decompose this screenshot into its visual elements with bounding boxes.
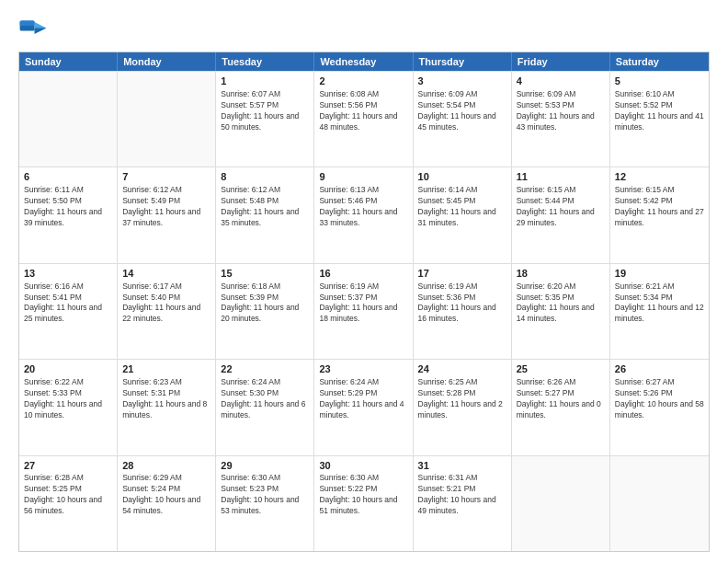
day-number: 16: [319, 267, 407, 281]
calendar-cell-23: 23Sunrise: 6:24 AM Sunset: 5:29 PM Dayli…: [314, 360, 413, 454]
day-number: 18: [517, 267, 605, 281]
calendar-cell-8: 8Sunrise: 6:12 AM Sunset: 5:48 PM Daylig…: [216, 167, 314, 262]
day-number: 10: [418, 170, 506, 184]
logo: [18, 15, 51, 44]
header-day-monday: Monday: [118, 52, 216, 71]
day-number: 22: [221, 362, 309, 376]
cell-info: Sunrise: 6:22 AM Sunset: 5:33 PM Dayligh…: [24, 377, 112, 421]
cell-info: Sunrise: 6:12 AM Sunset: 5:49 PM Dayligh…: [122, 185, 210, 229]
cell-info: Sunrise: 6:16 AM Sunset: 5:41 PM Dayligh…: [24, 282, 112, 326]
cell-info: Sunrise: 6:19 AM Sunset: 5:37 PM Dayligh…: [319, 282, 407, 326]
day-number: 6: [24, 170, 112, 184]
calendar-cell-6: 6Sunrise: 6:11 AM Sunset: 5:50 PM Daylig…: [19, 167, 118, 262]
calendar-cell-15: 15Sunrise: 6:18 AM Sunset: 5:39 PM Dayli…: [216, 264, 314, 359]
day-number: 9: [319, 170, 407, 184]
calendar-cell-25: 25Sunrise: 6:26 AM Sunset: 5:27 PM Dayli…: [512, 360, 610, 454]
cell-info: Sunrise: 6:30 AM Sunset: 5:23 PM Dayligh…: [221, 473, 309, 517]
cell-info: Sunrise: 6:17 AM Sunset: 5:40 PM Dayligh…: [122, 282, 210, 326]
cell-info: Sunrise: 6:25 AM Sunset: 5:28 PM Dayligh…: [418, 377, 506, 421]
calendar-cell-26: 26Sunrise: 6:27 AM Sunset: 5:26 PM Dayli…: [610, 360, 709, 454]
header-day-friday: Friday: [512, 52, 610, 71]
logo-icon: [18, 15, 48, 44]
cell-info: Sunrise: 6:20 AM Sunset: 5:35 PM Dayligh…: [517, 282, 605, 326]
day-number: 13: [24, 267, 112, 281]
calendar-cell-31: 31Sunrise: 6:31 AM Sunset: 5:21 PM Dayli…: [414, 456, 512, 551]
cell-info: Sunrise: 6:08 AM Sunset: 5:56 PM Dayligh…: [319, 89, 407, 133]
header-day-saturday: Saturday: [610, 52, 709, 71]
calendar-cell-5: 5Sunrise: 6:10 AM Sunset: 5:52 PM Daylig…: [610, 72, 709, 167]
calendar-cell-22: 22Sunrise: 6:24 AM Sunset: 5:30 PM Dayli…: [216, 360, 314, 454]
header-day-thursday: Thursday: [414, 52, 512, 71]
calendar-row-5: 27Sunrise: 6:28 AM Sunset: 5:25 PM Dayli…: [19, 455, 709, 551]
day-number: 12: [615, 170, 704, 184]
calendar-body: 1Sunrise: 6:07 AM Sunset: 5:57 PM Daylig…: [19, 71, 709, 551]
cell-info: Sunrise: 6:21 AM Sunset: 5:34 PM Dayligh…: [615, 282, 704, 326]
day-number: 28: [122, 459, 210, 473]
calendar-cell-empty: [512, 456, 610, 551]
cell-info: Sunrise: 6:11 AM Sunset: 5:50 PM Dayligh…: [24, 185, 112, 229]
calendar-cell-21: 21Sunrise: 6:23 AM Sunset: 5:31 PM Dayli…: [118, 360, 216, 454]
cell-info: Sunrise: 6:14 AM Sunset: 5:45 PM Dayligh…: [418, 185, 506, 229]
day-number: 19: [615, 267, 704, 281]
day-number: 2: [319, 75, 407, 88]
calendar-cell-11: 11Sunrise: 6:15 AM Sunset: 5:44 PM Dayli…: [512, 167, 610, 262]
calendar-cell-16: 16Sunrise: 6:19 AM Sunset: 5:37 PM Dayli…: [314, 264, 413, 359]
cell-info: Sunrise: 6:29 AM Sunset: 5:24 PM Dayligh…: [122, 473, 210, 517]
cell-info: Sunrise: 6:18 AM Sunset: 5:39 PM Dayligh…: [221, 282, 309, 326]
calendar-cell-1: 1Sunrise: 6:07 AM Sunset: 5:57 PM Daylig…: [216, 72, 314, 167]
day-number: 15: [221, 267, 309, 281]
day-number: 27: [24, 459, 112, 473]
cell-info: Sunrise: 6:09 AM Sunset: 5:54 PM Dayligh…: [418, 89, 506, 133]
day-number: 7: [122, 170, 210, 184]
cell-info: Sunrise: 6:27 AM Sunset: 5:26 PM Dayligh…: [615, 377, 704, 421]
calendar-cell-empty: [19, 72, 118, 167]
header: [18, 15, 710, 44]
cell-info: Sunrise: 6:09 AM Sunset: 5:53 PM Dayligh…: [517, 89, 605, 133]
cell-info: Sunrise: 6:10 AM Sunset: 5:52 PM Dayligh…: [615, 89, 704, 133]
svg-marker-3: [35, 28, 47, 33]
day-number: 21: [122, 362, 210, 376]
day-number: 30: [319, 459, 407, 473]
cell-info: Sunrise: 6:23 AM Sunset: 5:31 PM Dayligh…: [122, 377, 210, 421]
cell-info: Sunrise: 6:12 AM Sunset: 5:48 PM Dayligh…: [221, 185, 309, 229]
calendar-cell-14: 14Sunrise: 6:17 AM Sunset: 5:40 PM Dayli…: [118, 264, 216, 359]
header-day-sunday: Sunday: [19, 52, 118, 71]
calendar-cell-19: 19Sunrise: 6:21 AM Sunset: 5:34 PM Dayli…: [610, 264, 709, 359]
calendar-cell-empty: [118, 72, 216, 167]
day-number: 17: [418, 267, 506, 281]
day-number: 3: [418, 75, 506, 88]
day-number: 4: [517, 75, 605, 88]
calendar-cell-18: 18Sunrise: 6:20 AM Sunset: 5:35 PM Dayli…: [512, 264, 610, 359]
cell-info: Sunrise: 6:24 AM Sunset: 5:29 PM Dayligh…: [319, 377, 407, 421]
calendar-cell-13: 13Sunrise: 6:16 AM Sunset: 5:41 PM Dayli…: [19, 264, 118, 359]
cell-info: Sunrise: 6:13 AM Sunset: 5:46 PM Dayligh…: [319, 185, 407, 229]
cell-info: Sunrise: 6:15 AM Sunset: 5:42 PM Dayligh…: [615, 185, 704, 229]
day-number: 23: [319, 362, 407, 376]
calendar: SundayMondayTuesdayWednesdayThursdayFrid…: [18, 52, 710, 552]
calendar-cell-7: 7Sunrise: 6:12 AM Sunset: 5:49 PM Daylig…: [118, 167, 216, 262]
calendar-row-3: 13Sunrise: 6:16 AM Sunset: 5:41 PM Dayli…: [19, 263, 709, 359]
calendar-cell-4: 4Sunrise: 6:09 AM Sunset: 5:53 PM Daylig…: [512, 72, 610, 167]
day-number: 20: [24, 362, 112, 376]
calendar-cell-10: 10Sunrise: 6:14 AM Sunset: 5:45 PM Dayli…: [414, 167, 512, 262]
day-number: 26: [615, 362, 704, 376]
calendar-row-4: 20Sunrise: 6:22 AM Sunset: 5:33 PM Dayli…: [19, 359, 709, 454]
calendar-cell-28: 28Sunrise: 6:29 AM Sunset: 5:24 PM Dayli…: [118, 456, 216, 551]
cell-info: Sunrise: 6:30 AM Sunset: 5:22 PM Dayligh…: [319, 473, 407, 517]
page: SundayMondayTuesdayWednesdayThursdayFrid…: [0, 0, 728, 563]
day-number: 14: [122, 267, 210, 281]
day-number: 11: [517, 170, 605, 184]
svg-rect-1: [20, 20, 35, 26]
day-number: 8: [221, 170, 309, 184]
cell-info: Sunrise: 6:28 AM Sunset: 5:25 PM Dayligh…: [24, 473, 112, 517]
calendar-row-2: 6Sunrise: 6:11 AM Sunset: 5:50 PM Daylig…: [19, 167, 709, 262]
day-number: 29: [221, 459, 309, 473]
cell-info: Sunrise: 6:31 AM Sunset: 5:21 PM Dayligh…: [418, 473, 506, 517]
cell-info: Sunrise: 6:15 AM Sunset: 5:44 PM Dayligh…: [517, 185, 605, 229]
calendar-cell-30: 30Sunrise: 6:30 AM Sunset: 5:22 PM Dayli…: [314, 456, 413, 551]
cell-info: Sunrise: 6:19 AM Sunset: 5:36 PM Dayligh…: [418, 282, 506, 326]
calendar-cell-2: 2Sunrise: 6:08 AM Sunset: 5:56 PM Daylig…: [314, 72, 413, 167]
header-day-wednesday: Wednesday: [314, 52, 413, 71]
calendar-cell-12: 12Sunrise: 6:15 AM Sunset: 5:42 PM Dayli…: [610, 167, 709, 262]
header-day-tuesday: Tuesday: [216, 52, 314, 71]
